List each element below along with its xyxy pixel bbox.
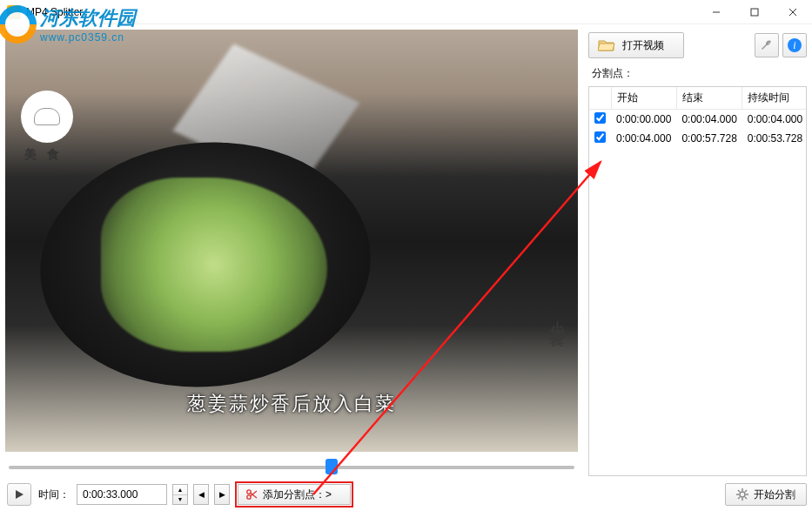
info-icon: i <box>787 37 802 53</box>
add-split-point-button[interactable]: 添加分割点：> <box>238 484 351 505</box>
split-panel: 打开视频 i 分割点： 开始 结束 持续时间 <box>583 24 812 511</box>
video-pane: 河东软件园 www.pc0359.cn 美 食 小房美食 葱姜蒜炒香后放入白菜 <box>0 24 583 511</box>
svg-line-18 <box>745 497 747 499</box>
cell-duration: 0:00:04.000 <box>742 110 807 130</box>
col-end[interactable]: 结束 <box>676 87 742 110</box>
svg-line-20 <box>738 497 740 499</box>
time-input[interactable] <box>77 484 167 505</box>
open-video-button[interactable]: 打开视频 <box>588 32 684 58</box>
video-side-text: 小房美食 <box>547 308 567 322</box>
row-checkbox[interactable] <box>594 112 606 124</box>
highlight-annotation: 添加分割点：> <box>235 481 353 508</box>
video-subtitle: 葱姜蒜炒香后放入白菜 <box>187 391 396 417</box>
col-duration[interactable]: 持续时间 <box>742 87 807 110</box>
step-forward-button[interactable]: ▶ <box>214 484 230 505</box>
svg-rect-1 <box>751 9 758 16</box>
svg-marker-4 <box>16 490 23 499</box>
svg-line-19 <box>745 490 747 492</box>
svg-line-17 <box>738 490 740 492</box>
cell-start: 0:00:00.000 <box>611 110 676 130</box>
col-start[interactable]: 开始 <box>611 87 676 110</box>
table-row[interactable]: 0:00:04.000 0:00:57.728 0:00:53.728 <box>589 129 807 148</box>
timeline-handle[interactable] <box>325 459 338 474</box>
start-split-button[interactable]: 开始分割 <box>725 483 807 506</box>
watermark-url: www.pc0359.cn <box>40 31 136 44</box>
watermark-logo-icon <box>0 5 37 44</box>
folder-open-icon <box>598 38 615 52</box>
play-button[interactable] <box>7 483 31 506</box>
cell-end: 0:00:57.728 <box>676 129 742 148</box>
window-controls <box>697 0 812 24</box>
minimize-button[interactable] <box>697 0 735 24</box>
play-icon <box>14 489 24 500</box>
scissors-icon <box>245 488 258 501</box>
maximize-button[interactable] <box>735 0 774 24</box>
time-label: 时间： <box>38 487 70 502</box>
close-button[interactable] <box>774 0 812 24</box>
cell-start: 0:00:04.000 <box>611 129 676 148</box>
add-split-label: 添加分割点：> <box>263 487 332 502</box>
wrench-icon <box>760 38 774 52</box>
row-checkbox[interactable] <box>594 131 606 143</box>
time-spinner[interactable]: ▲▼ <box>172 484 188 505</box>
svg-point-12 <box>740 492 745 497</box>
video-preview[interactable]: 美 食 小房美食 葱姜蒜炒香后放入白菜 <box>5 30 578 452</box>
split-points-label: 分割点： <box>592 66 807 81</box>
start-split-label: 开始分割 <box>754 487 795 502</box>
table-row[interactable]: 0:00:00.000 0:00:04.000 0:00:04.000 <box>589 110 807 130</box>
watermark: 河东软件园 www.pc0359.cn <box>0 5 136 44</box>
gear-icon <box>736 488 748 501</box>
open-video-label: 打开视频 <box>622 38 664 53</box>
cell-duration: 0:00:53.728 <box>742 129 807 148</box>
chef-label: 美 食 <box>24 147 63 163</box>
settings-button[interactable] <box>755 33 779 57</box>
step-back-button[interactable]: ◀ <box>193 484 209 505</box>
split-points-table[interactable]: 开始 结束 持续时间 0:00:00.000 0:00:04.000 0:00:… <box>588 86 807 476</box>
chef-badge-icon <box>21 91 73 143</box>
timeline[interactable] <box>9 457 574 478</box>
watermark-title: 河东软件园 <box>40 5 136 31</box>
cell-end: 0:00:04.000 <box>676 110 742 130</box>
info-button[interactable]: i <box>782 33 807 57</box>
svg-text:i: i <box>793 39 795 51</box>
